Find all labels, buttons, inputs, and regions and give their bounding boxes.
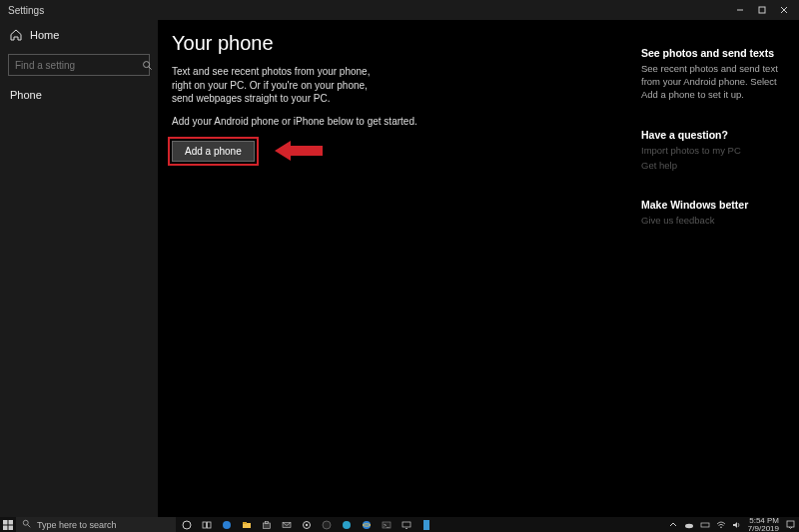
chevron-up-icon[interactable] <box>668 520 678 530</box>
svg-point-16 <box>223 521 231 529</box>
sidebar-home-label: Home <box>30 29 59 41</box>
taskbar: Type here to search >_ 5:54 PM 7 <box>0 517 799 532</box>
svg-rect-1 <box>759 7 765 13</box>
browser-icon[interactable] <box>340 517 354 532</box>
mail-icon[interactable] <box>280 517 294 532</box>
svg-line-12 <box>28 525 31 528</box>
svg-rect-18 <box>243 522 247 524</box>
side-block-question: Have a question? Import photos to my PC … <box>641 129 781 171</box>
settings-search[interactable] <box>8 54 150 76</box>
add-phone-label: Add a phone <box>185 146 242 157</box>
search-icon <box>142 59 153 71</box>
svg-rect-37 <box>787 521 794 527</box>
page-description-1: Text and see recent photos from your pho… <box>172 65 392 106</box>
store-icon[interactable] <box>260 517 274 532</box>
clock-date: 7/9/2019 <box>748 525 779 533</box>
side-heading: Make Windows better <box>641 199 781 211</box>
svg-text:>_: >_ <box>384 522 390 528</box>
svg-point-26 <box>363 521 371 529</box>
side-column: See photos and send texts See recent pho… <box>641 30 781 517</box>
sidebar: Home Phone <box>0 20 158 517</box>
system-tray: 5:54 PM 7/9/2019 <box>668 517 799 533</box>
svg-rect-34 <box>701 523 709 527</box>
running-app-icon[interactable] <box>419 517 433 532</box>
keyboard-icon[interactable] <box>700 520 710 530</box>
svg-rect-14 <box>203 522 207 528</box>
svg-point-11 <box>23 520 28 525</box>
side-heading: Have a question? <box>641 129 781 141</box>
svg-rect-20 <box>266 521 269 523</box>
svg-rect-19 <box>264 523 271 529</box>
task-view-icon[interactable] <box>200 517 214 532</box>
edge-icon[interactable] <box>220 517 234 532</box>
svg-rect-15 <box>208 522 212 528</box>
terminal-icon[interactable]: >_ <box>380 517 394 532</box>
home-icon <box>10 29 22 41</box>
side-link-import-photos[interactable]: Import photos to my PC <box>641 145 781 156</box>
svg-rect-9 <box>3 525 8 530</box>
sidebar-item-phone[interactable]: Phone <box>0 82 158 108</box>
maximize-button[interactable] <box>751 0 773 20</box>
settings-search-input[interactable] <box>15 60 142 71</box>
ie-icon[interactable] <box>360 517 374 532</box>
wifi-icon[interactable] <box>716 520 726 530</box>
content: Your phone Text and see recent photos fr… <box>158 20 799 517</box>
minimize-button[interactable] <box>729 0 751 20</box>
side-block-photos: See photos and send texts See recent pho… <box>641 47 781 101</box>
main-column: Your phone Text and see recent photos fr… <box>172 30 641 517</box>
settings-gear-icon[interactable] <box>300 517 314 532</box>
svg-rect-10 <box>9 525 14 530</box>
svg-rect-32 <box>423 520 429 530</box>
taskbar-apps: >_ <box>180 517 433 532</box>
start-button[interactable] <box>0 517 16 532</box>
settings-window: Settings Home Phone <box>0 0 799 532</box>
page-description-2: Add your Android phone or iPhone below t… <box>172 116 621 127</box>
svg-line-5 <box>149 66 152 69</box>
side-body: See recent photos and send text from you… <box>641 63 781 101</box>
add-phone-button[interactable]: Add a phone <box>172 141 255 162</box>
svg-marker-36 <box>733 522 737 528</box>
svg-rect-7 <box>3 520 8 525</box>
titlebar: Settings <box>0 0 799 20</box>
side-link-get-help[interactable]: Get help <box>641 160 781 171</box>
side-link-feedback[interactable]: Give us feedback <box>641 215 781 226</box>
svg-marker-6 <box>275 141 323 161</box>
svg-point-4 <box>144 61 150 67</box>
taskbar-search[interactable]: Type here to search <box>16 517 176 532</box>
svg-point-33 <box>685 523 693 527</box>
svg-rect-8 <box>9 520 14 525</box>
sidebar-home[interactable]: Home <box>0 22 158 48</box>
sidebar-item-label: Phone <box>10 89 42 101</box>
file-explorer-icon[interactable] <box>240 517 254 532</box>
svg-point-25 <box>343 521 351 529</box>
xbox-icon[interactable] <box>320 517 334 532</box>
app-title: Settings <box>8 5 44 16</box>
svg-rect-30 <box>402 522 410 527</box>
svg-point-13 <box>183 521 191 529</box>
page-title: Your phone <box>172 32 621 55</box>
side-block-feedback: Make Windows better Give us feedback <box>641 199 781 226</box>
taskbar-search-placeholder: Type here to search <box>37 520 117 530</box>
svg-point-24 <box>323 521 331 529</box>
svg-point-35 <box>720 526 722 528</box>
annotation-arrow-icon <box>275 141 323 161</box>
volume-icon[interactable] <box>732 520 742 530</box>
cloud-icon[interactable] <box>684 520 694 530</box>
notifications-icon[interactable] <box>785 520 795 530</box>
svg-point-23 <box>306 523 308 525</box>
search-icon <box>22 519 31 530</box>
taskbar-clock[interactable]: 5:54 PM 7/9/2019 <box>748 517 779 533</box>
cortana-icon[interactable] <box>180 517 194 532</box>
monitor-icon[interactable] <box>400 517 413 532</box>
close-button[interactable] <box>773 0 795 20</box>
side-heading: See photos and send texts <box>641 47 781 59</box>
